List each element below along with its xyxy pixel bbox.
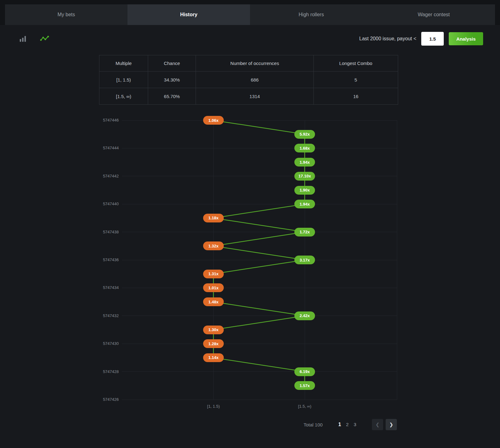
total-label: Total 100 <box>304 422 323 427</box>
chart-type-switch <box>19 35 49 43</box>
top-strip <box>0 0 500 4</box>
toolbar: Last 2000 issue, payout < Analysis <box>0 25 500 52</box>
gridline-horizontal <box>122 371 397 372</box>
trend-chart-icon[interactable] <box>40 35 49 42</box>
tab-high-rollers[interactable]: High rollers <box>250 4 372 25</box>
y-axis-tick-label: 5747446 <box>91 118 119 122</box>
chart-point-pill[interactable]: 1.94x <box>294 200 315 208</box>
chart-point-pill[interactable]: 17.10x <box>294 172 315 181</box>
stats-table-row: [1.5, ∞)65.70%131416 <box>99 88 398 105</box>
filter-group: Last 2000 issue, payout < Analysis <box>359 32 483 46</box>
tab-history[interactable]: History <box>128 4 250 25</box>
stats-cell: 686 <box>196 72 314 88</box>
chart-point-pill[interactable]: 1.18x <box>203 214 224 222</box>
chart-line-layer <box>0 114 500 414</box>
tab-bar: My betsHistoryHigh rollersWager contest <box>5 4 495 25</box>
x-axis-category-label: [1.5, ∞) <box>298 404 312 409</box>
gridline-vertical <box>397 120 397 400</box>
prev-page-button[interactable]: ❮ <box>372 419 383 430</box>
chart-point-pill[interactable]: 1.06x <box>203 116 224 125</box>
page-number-3[interactable]: 3 <box>351 422 359 427</box>
page-number-2[interactable]: 2 <box>343 422 351 427</box>
next-page-button[interactable]: ❯ <box>386 419 397 430</box>
tab-my-bets[interactable]: My bets <box>5 4 128 25</box>
y-axis-tick-label: 5747444 <box>91 146 119 150</box>
payout-input[interactable] <box>421 32 444 46</box>
chart-point-pill[interactable]: 2.42x <box>294 311 315 320</box>
gridline-horizontal <box>122 204 397 204</box>
gridline-horizontal <box>122 232 397 232</box>
chart-point-pill[interactable]: 1.30x <box>203 326 224 334</box>
gridline-horizontal <box>122 288 397 288</box>
stats-table-header-row: MultipleChanceNumber of occurrencesLonge… <box>99 55 398 72</box>
chart-point-pill[interactable]: 1.90x <box>294 186 315 195</box>
stats-header-cell: Multiple <box>99 55 148 72</box>
analysis-button[interactable]: Analysis <box>449 32 483 45</box>
y-axis-tick-label: 5747430 <box>91 341 119 346</box>
multiplier-history-chart: 5747446574744457474425747440574743857474… <box>0 114 500 414</box>
chart-point-pill[interactable]: 1.94x <box>294 158 315 167</box>
chart-point-pill[interactable]: 3.17x <box>294 256 315 264</box>
gridline-horizontal <box>122 400 397 400</box>
chart-point-pill[interactable]: 5.92x <box>294 130 315 139</box>
chart-point-pill[interactable]: 1.14x <box>203 353 224 362</box>
stats-header-cell: Chance <box>148 55 196 72</box>
bar-chart-icon[interactable] <box>19 35 27 43</box>
gridline-horizontal <box>122 260 397 260</box>
gridline-horizontal <box>122 316 397 316</box>
stats-cell: 5 <box>314 72 398 88</box>
gridline-horizontal <box>122 344 397 344</box>
y-axis-tick-label: 5747442 <box>91 174 119 178</box>
tab-bar-wrap: My betsHistoryHigh rollersWager contest <box>0 4 500 25</box>
chart-point-pill[interactable]: 1.01x <box>203 283 224 292</box>
filter-label: Last 2000 issue, payout < <box>359 36 417 42</box>
stats-cell: 1314 <box>196 88 314 105</box>
y-axis-tick-label: 5747432 <box>91 313 119 318</box>
stats-header-cell: Number of occurrences <box>196 55 314 72</box>
chart-point-pill[interactable]: 1.28x <box>203 339 224 348</box>
y-axis-tick-label: 5747438 <box>91 230 119 234</box>
tab-wager-contest[interactable]: Wager contest <box>372 4 495 25</box>
pagination: Total 100 123 ❮ ❯ <box>0 419 397 430</box>
x-axis-category-label: [1, 1.5) <box>207 404 220 409</box>
gridline-horizontal <box>122 148 397 148</box>
stats-cell: 65.70% <box>148 88 196 105</box>
stats-table: MultipleChanceNumber of occurrencesLonge… <box>99 55 398 105</box>
gridline-horizontal <box>122 120 397 121</box>
chart-point-pill[interactable]: 1.32x <box>203 241 224 250</box>
chart-point-pill[interactable]: 1.31x <box>203 270 224 278</box>
page-list: 123 <box>336 422 359 427</box>
stats-cell: 16 <box>314 88 398 105</box>
y-axis-tick-label: 5747428 <box>91 369 119 374</box>
y-axis-tick-label: 5747436 <box>91 257 119 262</box>
stats-cell: [1.5, ∞) <box>99 88 148 105</box>
y-axis-tick-label: 5747440 <box>91 202 119 206</box>
y-axis-tick-label: 5747434 <box>91 285 119 290</box>
gridline-horizontal <box>122 176 397 176</box>
chart-point-pill[interactable]: 1.72x <box>294 228 315 236</box>
page-number-1[interactable]: 1 <box>336 422 343 427</box>
chart-point-pill[interactable]: 6.19x <box>294 367 315 376</box>
stats-cell: [1, 1.5) <box>99 72 148 88</box>
stats-table-row: [1, 1.5)34.30%6865 <box>99 72 398 88</box>
chart-point-pill[interactable]: 1.48x <box>203 297 224 306</box>
chart-point-pill[interactable]: 1.57x <box>294 381 315 390</box>
stats-cell: 34.30% <box>148 72 196 88</box>
stats-header-cell: Longest Combo <box>314 55 398 72</box>
chart-point-pill[interactable]: 1.68x <box>294 144 315 152</box>
y-axis-tick-label: 5747426 <box>91 397 119 402</box>
